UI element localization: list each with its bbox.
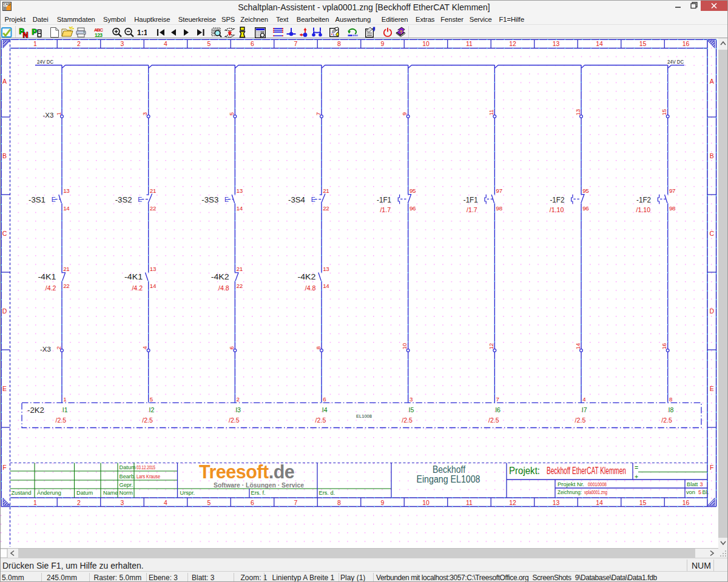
svg-text:3: 3 — [141, 112, 148, 115]
svg-text:8: 8 — [337, 40, 341, 47]
svg-text:11: 11 — [466, 499, 473, 506]
svg-text:-3S3: -3S3 — [201, 196, 218, 204]
svg-text:Beckhoff EtherCAT Klemmen: Beckhoff EtherCAT Klemmen — [547, 466, 626, 476]
svg-text:13: 13 — [553, 499, 560, 506]
svg-text:95: 95 — [582, 187, 589, 194]
svg-text:14: 14 — [596, 499, 603, 506]
svg-text:8: 8 — [337, 499, 341, 506]
svg-text:N: N — [23, 31, 29, 38]
svg-text:Treesoft.de: Treesoft.de — [199, 461, 294, 482]
svg-text:5: 5 — [698, 489, 701, 495]
svg-text:6: 6 — [228, 346, 235, 349]
svg-text:13: 13 — [575, 109, 581, 115]
svg-text:2: 2 — [77, 40, 81, 47]
svg-text:C: C — [710, 230, 715, 237]
svg-text:21: 21 — [63, 266, 69, 272]
svg-text:D: D — [710, 307, 715, 315]
svg-text:B: B — [2, 152, 7, 159]
svg-text:I5: I5 — [408, 406, 414, 413]
svg-text:12: 12 — [488, 343, 494, 349]
svg-text:/2.5: /2.5 — [56, 416, 67, 424]
svg-text:/2.5: /2.5 — [661, 416, 672, 424]
svg-text:5: 5 — [228, 112, 235, 115]
svg-text:15: 15 — [639, 499, 647, 506]
svg-text:6: 6 — [251, 499, 254, 506]
svg-text:14: 14 — [575, 343, 581, 349]
svg-text:-1F1: -1F1 — [463, 196, 478, 204]
svg-text:-4K2: -4K2 — [211, 273, 229, 281]
svg-text:14: 14 — [150, 283, 157, 289]
svg-text:Norm: Norm — [120, 490, 133, 496]
svg-text:-4K1: -4K1 — [124, 273, 143, 281]
svg-text:I6: I6 — [495, 406, 500, 413]
svg-text:16: 16 — [682, 40, 690, 47]
svg-text:E: E — [52, 196, 56, 203]
svg-text:22: 22 — [150, 205, 156, 212]
svg-text:/4.2: /4.2 — [132, 284, 143, 292]
svg-text:24V DC: 24V DC — [667, 58, 684, 65]
svg-text:/2.5: /2.5 — [402, 416, 413, 424]
svg-text:6: 6 — [251, 40, 254, 47]
svg-text:12: 12 — [509, 499, 516, 506]
svg-text:Änderung: Änderung — [37, 490, 61, 496]
svg-text:E: E — [710, 385, 714, 392]
svg-text:Lars Krause: Lars Krause — [136, 473, 160, 480]
svg-text:7: 7 — [294, 499, 298, 506]
svg-text:E: E — [311, 196, 315, 203]
svg-text:-4K2: -4K2 — [297, 273, 315, 281]
svg-text:13: 13 — [237, 187, 243, 194]
svg-text:1: 1 — [63, 396, 66, 403]
svg-text:15: 15 — [661, 109, 667, 115]
svg-text:/2.5: /2.5 — [575, 416, 586, 424]
svg-text:3: 3 — [121, 40, 124, 47]
svg-text:2: 2 — [77, 499, 81, 506]
svg-text:Bearb.: Bearb. — [120, 473, 136, 480]
svg-text:I3: I3 — [235, 406, 241, 413]
svg-text:I1: I1 — [62, 406, 68, 413]
svg-text:I8: I8 — [668, 406, 673, 413]
svg-text:9: 9 — [401, 112, 408, 115]
svg-text:22: 22 — [323, 205, 329, 212]
svg-text:E: E — [2, 385, 7, 392]
svg-text:03.12.2015: 03.12.2015 — [136, 464, 155, 470]
svg-text:7: 7 — [315, 112, 322, 115]
svg-text:-1F1: -1F1 — [377, 196, 391, 204]
svg-text:13: 13 — [63, 187, 70, 194]
svg-text:96: 96 — [410, 205, 416, 212]
svg-text:-3S1: -3S1 — [29, 196, 46, 204]
svg-text:Datum: Datum — [120, 464, 136, 470]
svg-text:Zustand: Zustand — [12, 490, 32, 496]
svg-text:2: 2 — [55, 346, 62, 349]
svg-text:F: F — [710, 464, 713, 471]
svg-text:-3S2: -3S2 — [115, 196, 132, 204]
svg-text:21: 21 — [237, 266, 243, 272]
svg-text:10: 10 — [422, 40, 430, 47]
svg-text:98: 98 — [496, 205, 503, 212]
svg-text:A: A — [2, 78, 7, 85]
svg-text:B: B — [710, 152, 714, 159]
svg-text:13: 13 — [150, 266, 157, 272]
svg-text:-1F2: -1F2 — [636, 196, 651, 204]
svg-text:Projekt Nr.: Projekt Nr. — [558, 481, 584, 487]
svg-text:/1.7: /1.7 — [467, 206, 477, 213]
svg-text:-3S4: -3S4 — [288, 196, 305, 204]
svg-text:4: 4 — [141, 346, 148, 349]
svg-text:10: 10 — [422, 499, 430, 506]
svg-text:/1.7: /1.7 — [380, 206, 391, 213]
svg-text:15: 15 — [639, 40, 647, 47]
svg-text:14: 14 — [63, 205, 70, 212]
svg-text:/2.5: /2.5 — [229, 416, 240, 424]
svg-text:D: D — [2, 307, 7, 315]
svg-text:E: E — [138, 196, 142, 203]
svg-text:-1F2: -1F2 — [550, 196, 564, 204]
svg-text:Ers. d.: Ers. d. — [319, 490, 335, 496]
svg-text:I4: I4 — [322, 406, 328, 413]
svg-text:95: 95 — [410, 187, 416, 194]
svg-text:vpla0001.zng: vpla0001.zng — [584, 489, 607, 495]
svg-text:14: 14 — [323, 283, 329, 289]
svg-text:/2.5: /2.5 — [315, 416, 326, 424]
svg-text:Name: Name — [103, 490, 118, 496]
svg-text:4: 4 — [164, 40, 167, 47]
svg-text:E: E — [224, 196, 229, 203]
svg-text:22: 22 — [237, 283, 243, 289]
